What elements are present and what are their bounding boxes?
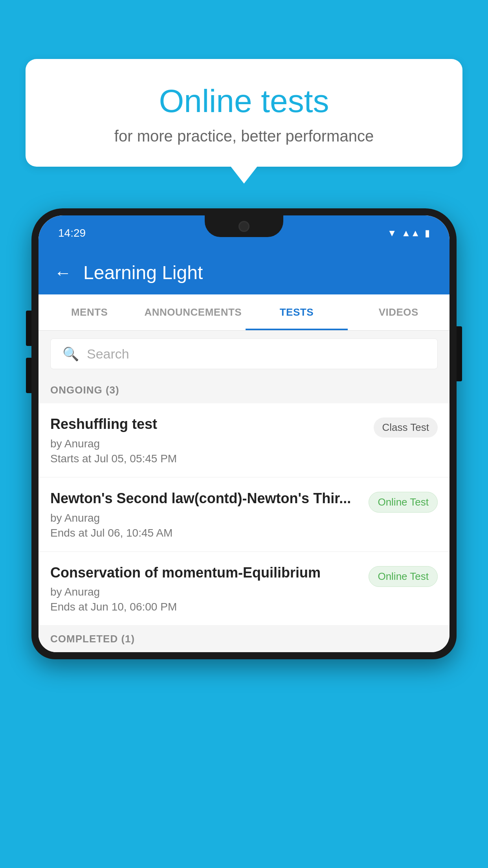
tab-ments[interactable]: MENTS (39, 294, 140, 330)
test-title-3: Conservation of momentum-Equilibrium (50, 564, 361, 582)
test-title-2: Newton's Second law(contd)-Newton's Thir… (50, 489, 361, 508)
tabs-bar: MENTS ANNOUNCEMENTS TESTS VIDEOS (39, 294, 449, 331)
status-time: 14:29 (58, 227, 86, 239)
test-time-2: Ends at Jul 06, 10:45 AM (50, 527, 361, 539)
phone-mockup: 14:29 ▼ ▲▲ ▮ ← Learning Light MENTS (31, 208, 457, 868)
badge-3: Online Test (369, 566, 438, 587)
test-item-3-content: Conservation of momentum-Equilibrium by … (50, 564, 369, 614)
app-title: Learning Light (83, 262, 203, 283)
badge-2: Online Test (369, 492, 438, 513)
search-container: 🔍 Search (39, 331, 449, 377)
test-author-3: by Anurag (50, 586, 361, 598)
badge-1: Class Test (374, 417, 438, 438)
search-bar[interactable]: 🔍 Search (50, 338, 438, 369)
speech-bubble: Online tests for more practice, better p… (26, 59, 462, 167)
test-item-3[interactable]: Conservation of momentum-Equilibrium by … (39, 552, 449, 625)
volume-up-button (26, 311, 31, 346)
back-button[interactable]: ← (54, 263, 72, 283)
test-time-3: Ends at Jun 10, 06:00 PM (50, 601, 361, 613)
search-input[interactable]: Search (87, 346, 129, 362)
notch (205, 215, 283, 237)
tab-videos[interactable]: VIDEOS (348, 294, 449, 330)
power-button (457, 326, 462, 381)
tab-announcements[interactable]: ANNOUNCEMENTS (140, 294, 246, 330)
speech-bubble-container: Online tests for more practice, better p… (26, 59, 462, 184)
test-item-1-content: Reshuffling test by Anurag Starts at Jul… (50, 415, 374, 465)
tab-tests[interactable]: TESTS (246, 294, 347, 330)
wifi-icon: ▼ (387, 228, 397, 239)
speech-bubble-arrow (230, 166, 258, 184)
camera (238, 221, 250, 232)
volume-down-button (26, 358, 31, 393)
bubble-subtitle: for more practice, better performance (57, 127, 431, 145)
battery-icon: ▮ (425, 228, 430, 239)
test-author-1: by Anurag (50, 438, 366, 450)
phone-screen: 14:29 ▼ ▲▲ ▮ ← Learning Light MENTS (39, 215, 449, 652)
section-ongoing: ONGOING (3) (39, 377, 449, 403)
signal-icon: ▲▲ (401, 228, 420, 239)
phone-outer: 14:29 ▼ ▲▲ ▮ ← Learning Light MENTS (31, 208, 457, 659)
status-icons: ▼ ▲▲ ▮ (387, 228, 430, 239)
app-header: ← Learning Light (39, 251, 449, 294)
search-icon: 🔍 (62, 346, 79, 362)
test-item-2-content: Newton's Second law(contd)-Newton's Thir… (50, 489, 369, 539)
list-content: ONGOING (3) Reshuffling test by Anurag S… (39, 377, 449, 652)
test-item-2[interactable]: Newton's Second law(contd)-Newton's Thir… (39, 478, 449, 551)
status-bar: 14:29 ▼ ▲▲ ▮ (39, 215, 449, 251)
test-time-1: Starts at Jul 05, 05:45 PM (50, 452, 366, 465)
test-title-1: Reshuffling test (50, 415, 366, 434)
section-completed: COMPLETED (1) (39, 626, 449, 652)
test-item-1[interactable]: Reshuffling test by Anurag Starts at Jul… (39, 403, 449, 477)
bubble-title: Online tests (57, 83, 431, 120)
test-author-2: by Anurag (50, 512, 361, 524)
